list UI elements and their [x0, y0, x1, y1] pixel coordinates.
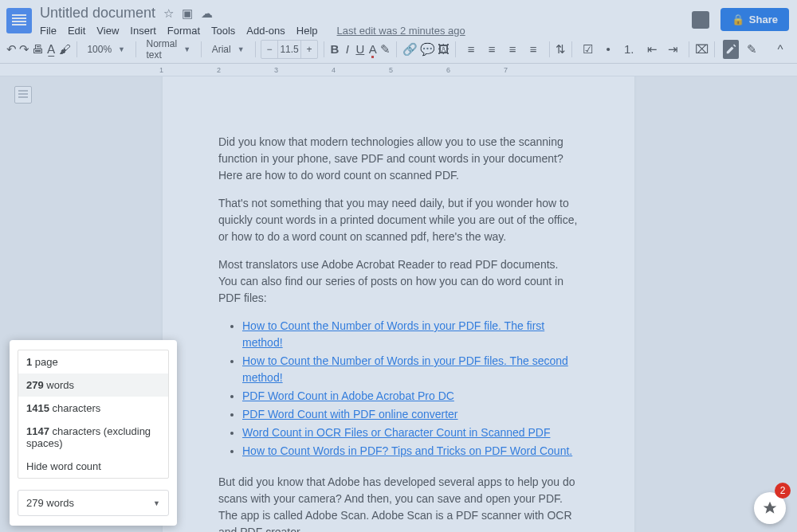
menu-format[interactable]: Format [167, 25, 200, 37]
paint-format-icon[interactable]: 🖌 [59, 39, 71, 60]
underline-button[interactable]: U [355, 39, 365, 60]
list-item[interactable]: How to Count Words in PDF? Tips and Tric… [242, 443, 579, 460]
ruler-mark: 6 [446, 66, 504, 74]
menu-addons[interactable]: Add-ons [246, 25, 285, 37]
paragraph[interactable]: Did you know that modern technologies al… [218, 134, 579, 184]
increase-indent-icon[interactable]: ⇥ [662, 39, 683, 60]
wc-characters-nospaces[interactable]: 1147 characters (excluding spaces) [18, 420, 168, 455]
zoom-value: 100% [87, 44, 112, 55]
wc-pages[interactable]: 1 page [18, 350, 168, 374]
notification-badge[interactable]: 2 [775, 483, 791, 499]
insert-link-icon[interactable]: 🔗 [402, 39, 418, 60]
menu-help[interactable]: Help [296, 25, 318, 37]
align-left-icon[interactable]: ≡ [461, 39, 481, 60]
outline-icon[interactable] [14, 86, 32, 104]
font-size-stepper: − 11.5 + [261, 40, 318, 59]
body-text: . [456, 169, 459, 182]
docs-logo-icon[interactable] [6, 8, 32, 33]
list-item[interactable]: PDF Word Count in Adobe Acrobat Pro DC [242, 388, 579, 405]
move-icon[interactable]: ▣ [182, 6, 193, 21]
insert-image-icon[interactable]: 🖼 [438, 39, 450, 60]
chevron-down-icon: ▼ [183, 45, 190, 53]
toolbar: ↶ ↷ 🖶 A̲ 🖌 100% ▼ Normal text ▼ Arial ▼ … [0, 35, 797, 64]
align-justify-icon[interactable]: ≡ [523, 39, 544, 60]
comments-icon[interactable] [692, 11, 709, 29]
word-count-dropdown[interactable]: 279 words ▼ [18, 490, 169, 516]
font-size-value[interactable]: 11.5 [277, 41, 301, 58]
ruler-mark: 5 [389, 66, 446, 74]
ruler-mark: 4 [332, 66, 389, 74]
numbered-list-icon[interactable]: 1. [618, 39, 639, 60]
line-spacing-icon[interactable]: ⇅ [556, 39, 566, 60]
print-icon[interactable]: 🖶 [32, 39, 44, 60]
word-count-list: 1 page 279 words 1415 characters 1147 ch… [18, 350, 169, 479]
spellcheck-icon[interactable]: A̲ [46, 39, 57, 60]
checklist-icon[interactable]: ☑ [577, 39, 598, 60]
zoom-select[interactable]: 100% ▼ [82, 39, 130, 60]
text-color-button[interactable]: A [367, 39, 378, 60]
bulleted-list-icon[interactable]: • [598, 39, 618, 60]
last-edit-link[interactable]: Last edit was 2 minutes ago [337, 25, 465, 37]
cloud-status-icon[interactable]: ☁ [201, 6, 213, 21]
list-item[interactable]: PDF Word Count with PDF online converter [242, 406, 579, 423]
font-select[interactable]: Arial ▼ [207, 39, 249, 60]
doc-link[interactable]: How to Count Words in PDF? Tips and Tric… [242, 444, 572, 457]
page[interactable]: Did you know that modern technologies al… [163, 76, 634, 532]
ruler-mark: 7 [504, 66, 561, 74]
increase-font-button[interactable]: + [301, 41, 317, 58]
link-list: How to Count the Number of Words in your… [242, 318, 579, 460]
redo-icon[interactable]: ↷ [19, 39, 29, 60]
menu-view[interactable]: View [96, 25, 119, 37]
paragraph[interactable]: Most translators use Adobe Acrobat Reade… [218, 256, 579, 307]
wc-selected-label: 279 words [26, 497, 74, 509]
align-center-icon[interactable]: ≡ [481, 39, 502, 60]
collapse-toolbar-icon[interactable]: ^ [770, 39, 791, 60]
decrease-font-button[interactable]: − [261, 41, 277, 58]
doc-link[interactable]: PDF Word Count with PDF online converter [242, 408, 458, 421]
share-label: Share [749, 14, 778, 25]
list-item[interactable]: Word Count in OCR Files or Character Cou… [242, 424, 579, 441]
share-button[interactable]: 🔒 Share [720, 8, 789, 31]
star-icon[interactable]: ☆ [163, 6, 174, 21]
menu-file[interactable]: File [40, 25, 57, 37]
explore-icon [762, 500, 778, 516]
ruler-mark: 2 [217, 66, 274, 74]
chevron-down-icon: ▼ [238, 45, 245, 53]
align-right-icon[interactable]: ≡ [502, 39, 523, 60]
font-value: Arial [212, 44, 231, 55]
doc-link[interactable]: Word Count in OCR Files or Character Cou… [242, 426, 550, 439]
undo-icon[interactable]: ↶ [6, 39, 17, 60]
list-item[interactable]: How to Count the Number of Words in your… [242, 318, 579, 351]
ruler-mark: 1 [159, 66, 217, 74]
style-value: Normal text [147, 38, 178, 61]
decrease-indent-icon[interactable]: ⇤ [642, 39, 662, 60]
lock-icon: 🔒 [732, 14, 744, 25]
highlight-color-button[interactable]: ✎ [380, 39, 391, 60]
chevron-down-icon: ▼ [118, 45, 125, 53]
menu-edit[interactable]: Edit [68, 25, 85, 37]
menu-insert[interactable]: Insert [130, 25, 156, 37]
paragraph[interactable]: But did you know that Adobe has develope… [218, 474, 579, 532]
wc-characters[interactable]: 1415 characters [18, 397, 168, 420]
doc-link[interactable]: PDF Word Count in Adobe Acrobat Pro DC [242, 389, 454, 402]
paragraph[interactable]: That's not something that you may need d… [218, 195, 579, 245]
doc-link[interactable]: How to Count the Number of Words in your… [242, 354, 568, 384]
doc-link[interactable]: How to Count the Number of Words in your… [242, 319, 544, 349]
body-link[interactable]: word count on scanned PDF [316, 169, 456, 182]
italic-button[interactable]: I [342, 39, 352, 60]
menu-tools[interactable]: Tools [211, 25, 235, 37]
wc-hide[interactable]: Hide word count [18, 455, 168, 478]
insert-comment-icon[interactable]: 💬 [420, 39, 435, 60]
chevron-down-icon: ▼ [153, 499, 160, 507]
paragraph-style-select[interactable]: Normal text ▼ [142, 39, 196, 60]
ruler[interactable]: 1 2 3 4 5 6 7 [0, 64, 797, 76]
bold-button[interactable]: B [330, 39, 340, 60]
editing-mode-select[interactable] [723, 40, 739, 59]
document-title[interactable]: Untitled document [40, 5, 155, 22]
ruler-mark: 3 [274, 66, 332, 74]
clear-formatting-icon[interactable]: ⌧ [695, 39, 709, 60]
pencil-icon[interactable]: ✎ [741, 39, 762, 60]
menu-bar: File Edit View Insert Format Tools Add-o… [40, 22, 465, 37]
wc-words[interactable]: 279 words [18, 374, 168, 397]
list-item[interactable]: How to Count the Number of Words in your… [242, 353, 579, 386]
